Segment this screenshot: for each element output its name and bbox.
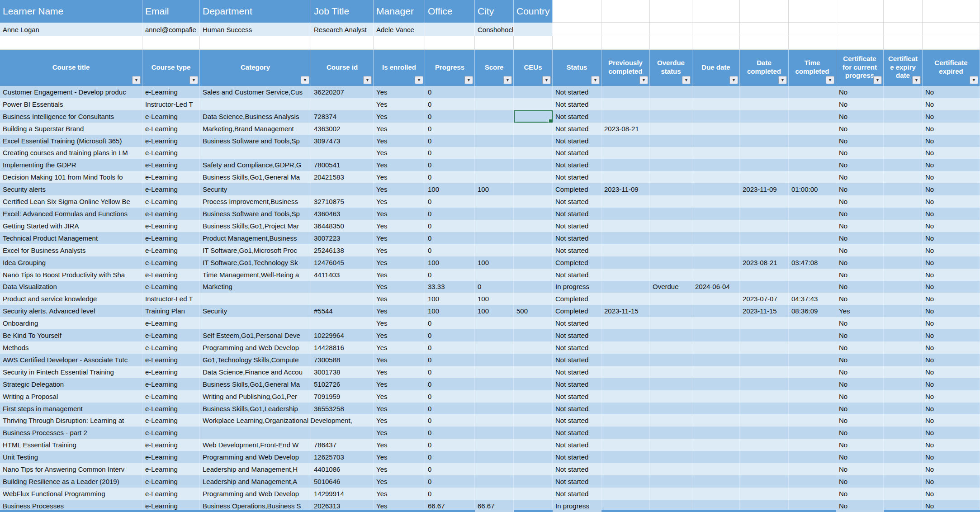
cell-date-completed[interactable] — [740, 110, 789, 123]
cell-course-title[interactable]: Implementing the GDPR — [0, 159, 142, 171]
cell-certificate-for-current-progress[interactable]: No — [836, 414, 884, 427]
learner-header-country[interactable]: Country — [514, 0, 553, 23]
cell-certificate-expired[interactable]: No — [923, 451, 980, 463]
cell-category[interactable]: Writing and Publishing,Go1,Per — [200, 390, 311, 403]
cell-ceus[interactable] — [514, 220, 553, 232]
learner-value-office[interactable] — [425, 23, 475, 36]
cell-previously-completed[interactable] — [601, 147, 650, 159]
cell-certificate-expired[interactable]: No — [923, 378, 980, 390]
cell-certificate-expired[interactable]: No — [923, 390, 980, 403]
cell-score[interactable] — [475, 159, 514, 171]
cell-progress[interactable]: 0 — [425, 439, 475, 451]
cell-ceus[interactable] — [514, 475, 553, 488]
cell-status[interactable]: In progress — [553, 500, 601, 512]
cell-course-title[interactable]: Decision Making 101 from Mind Tools fo — [0, 171, 142, 183]
cell-course-type[interactable]: e-Learning — [142, 281, 200, 293]
cell-course-type[interactable]: e-Learning — [142, 256, 200, 269]
cell-progress[interactable]: 0 — [425, 244, 475, 256]
cell-progress[interactable]: 0 — [425, 208, 475, 220]
cell-certificate-expiry-date[interactable] — [884, 183, 923, 195]
empty-cell[interactable] — [650, 36, 692, 50]
cell-ceus[interactable] — [514, 488, 553, 500]
cell-certificate-expiry-date[interactable] — [884, 110, 923, 123]
cell-course-type[interactable]: e-Learning — [142, 171, 200, 183]
cell-score[interactable] — [475, 244, 514, 256]
cell-date-completed[interactable] — [740, 341, 789, 354]
cell-progress[interactable]: 0 — [425, 366, 475, 378]
cell-certificate-expired[interactable]: No — [923, 147, 980, 159]
cell-progress[interactable]: 0 — [425, 269, 475, 281]
cell-course-type[interactable]: e-Learning — [142, 366, 200, 378]
cell-course-id[interactable]: 7091959 — [311, 390, 374, 403]
cell-is-enrolled[interactable]: Yes — [374, 403, 425, 415]
cell-score[interactable]: 66.67 — [475, 500, 514, 512]
cell-due-date[interactable] — [692, 439, 740, 451]
cell-time-completed[interactable] — [789, 244, 836, 256]
cell-certificate-expired[interactable]: No — [923, 414, 980, 427]
column-header-date-completed[interactable]: Date completed▼ — [740, 50, 789, 86]
cell-time-completed[interactable] — [789, 135, 836, 147]
cell-status[interactable]: Not started — [553, 390, 601, 403]
cell-certificate-expiry-date[interactable] — [884, 439, 923, 451]
cell-previously-completed[interactable] — [601, 366, 650, 378]
empty-cell[interactable] — [475, 36, 514, 50]
cell-is-enrolled[interactable]: Yes — [374, 208, 425, 220]
cell-status[interactable]: Not started — [553, 98, 601, 110]
cell-certificate-expired[interactable]: No — [923, 98, 980, 110]
cell-time-completed[interactable] — [789, 232, 836, 244]
cell-course-id[interactable] — [311, 317, 374, 329]
cell-date-completed[interactable] — [740, 317, 789, 329]
cell-course-title[interactable]: Building a Superstar Brand — [0, 123, 142, 135]
cell-previously-completed[interactable] — [601, 220, 650, 232]
cell-certificate-for-current-progress[interactable]: No — [836, 244, 884, 256]
cell-score[interactable] — [475, 378, 514, 390]
cell-overdue-status[interactable] — [650, 86, 692, 98]
cell-certificate-for-current-progress[interactable]: No — [836, 232, 884, 244]
cell-course-type[interactable]: e-Learning — [142, 414, 200, 427]
cell-score[interactable] — [475, 354, 514, 366]
cell-status[interactable]: Not started — [553, 439, 601, 451]
cell-due-date[interactable] — [692, 403, 740, 415]
cell-overdue-status[interactable] — [650, 488, 692, 500]
cell-progress[interactable]: 0 — [425, 354, 475, 366]
cell-course-id[interactable] — [311, 98, 374, 110]
cell-due-date[interactable] — [692, 110, 740, 123]
cell-ceus[interactable] — [514, 171, 553, 183]
cell-time-completed[interactable]: 04:37:43 — [789, 293, 836, 305]
cell-course-type[interactable]: e-Learning — [142, 86, 200, 98]
cell-score[interactable] — [475, 427, 514, 439]
cell-previously-completed[interactable] — [601, 341, 650, 354]
cell-time-completed[interactable] — [789, 463, 836, 475]
cell-certificate-expiry-date[interactable] — [884, 98, 923, 110]
cell-category[interactable] — [200, 293, 311, 305]
cell-category[interactable]: Sales and Customer Service,Cus — [200, 86, 311, 98]
cell-status[interactable]: Not started — [553, 135, 601, 147]
cell-score[interactable] — [475, 390, 514, 403]
cell-course-title[interactable]: Idea Grouping — [0, 256, 142, 269]
cell-is-enrolled[interactable]: Yes — [374, 147, 425, 159]
cell-time-completed[interactable] — [789, 439, 836, 451]
cell-certificate-expired[interactable]: No — [923, 317, 980, 329]
cell-time-completed[interactable] — [789, 341, 836, 354]
cell-progress[interactable]: 0 — [425, 378, 475, 390]
cell-certificate-expired[interactable]: No — [923, 86, 980, 98]
cell-ceus[interactable] — [514, 281, 553, 293]
cell-time-completed[interactable] — [789, 159, 836, 171]
cell-previously-completed[interactable] — [601, 451, 650, 463]
cell-ceus[interactable] — [514, 244, 553, 256]
cell-is-enrolled[interactable]: Yes — [374, 439, 425, 451]
column-header-course-title[interactable]: Course title▼ — [0, 50, 142, 86]
cell-ceus[interactable] — [514, 123, 553, 135]
cell-date-completed[interactable] — [740, 451, 789, 463]
cell-progress[interactable]: 0 — [425, 403, 475, 415]
cell-score[interactable] — [475, 366, 514, 378]
cell-category[interactable]: Self Esteem,Go1,Personal Deve — [200, 329, 311, 341]
cell-date-completed[interactable]: 2023-08-21 — [740, 256, 789, 269]
cell-previously-completed[interactable] — [601, 171, 650, 183]
cell-due-date[interactable] — [692, 378, 740, 390]
cell-time-completed[interactable] — [789, 488, 836, 500]
cell-progress[interactable]: 0 — [425, 147, 475, 159]
cell-progress[interactable]: 0 — [425, 451, 475, 463]
cell-certificate-for-current-progress[interactable]: No — [836, 366, 884, 378]
cell-progress[interactable]: 0 — [425, 341, 475, 354]
